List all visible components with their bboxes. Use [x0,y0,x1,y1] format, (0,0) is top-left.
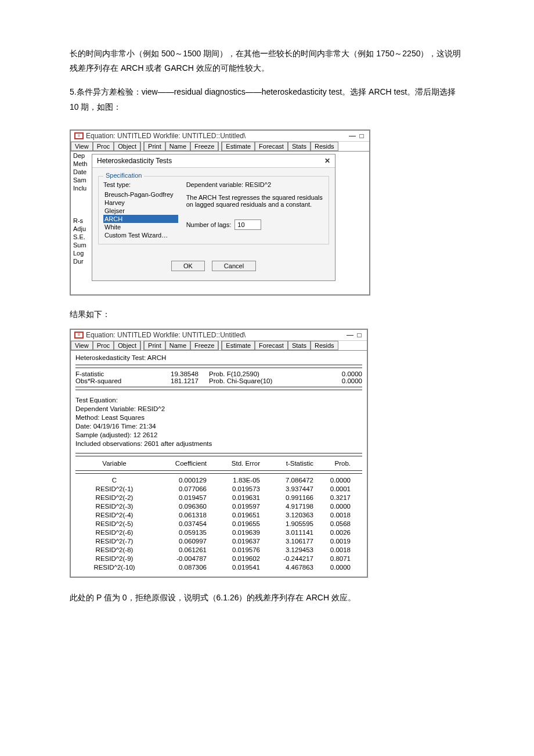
test-arch[interactable]: ARCH [103,215,178,223]
proc-button[interactable]: Proc [93,341,114,350]
stats-block: F-statistic19.38548Prob. F(10,2590)0.000… [75,370,362,384]
test-type-list[interactable]: Test type: Breusch-Pagan-Godfrey Harvey … [103,181,178,239]
equation-icon: ≡ [74,132,84,139]
meta-line: Test Equation: [75,396,362,405]
stats-button[interactable]: Stats [288,341,311,350]
view-button[interactable]: View [71,142,93,151]
print-button[interactable]: Print [144,341,165,350]
test-name-heading: Heteroskedasticity Test: ARCH [75,354,362,361]
proc-button[interactable]: Proc [93,142,114,151]
minimize-icon[interactable]: — [346,332,354,339]
object-button[interactable]: Object [114,142,140,151]
toolbar-2: View Proc Object Print Name Freeze Estim… [71,341,367,351]
freeze-button[interactable]: Freeze [190,341,218,350]
stat-line: F-statistic19.38548Prob. F(10,2590)0.000… [75,370,362,377]
meta-line: Included observations: 2601 after adjust… [75,440,362,448]
stats-button[interactable]: Stats [288,142,311,151]
lags-label: Number of lags: [186,221,232,228]
name-button[interactable]: Name [165,341,190,350]
meta-line: Method: Least Squares [75,413,362,422]
meta-line: Dependent Variable: RESID^2 [75,405,362,413]
dependent-variable-line: Dependent variable: RESID^2 [186,181,324,188]
close-icon[interactable]: ✕ [324,157,330,165]
equation-window-2: ≡ Equation: UNTITLED Workfile: UNTITLED:… [70,329,368,578]
equation-icon: ≡ [74,332,84,339]
window-title-2: Equation: UNTITLED Workfile: UNTITLED::U… [86,331,246,339]
cancel-button[interactable]: Cancel [212,261,256,271]
print-button[interactable]: Print [144,142,165,151]
truncated-labels: Dep Meth Date Sam Inclu R-s Adju S.E. Su… [73,152,87,265]
equation-window-1: ≡ Equation: UNTITLED Workfile: UNTITLED:… [70,129,370,296]
test-glejser[interactable]: Glejser [103,207,178,215]
table-row: RESID^2(-7)0.0609970.0196373.1061770.001… [75,537,362,546]
test-type-label: Test type: [103,181,178,188]
arch-description: The ARCH Test regresses the squared resi… [186,194,324,208]
meta-block: Test Equation:Dependent Variable: RESID^… [75,396,362,448]
stat-line: Obs*R-squared181.1217Prob. Chi-Square(10… [75,377,362,384]
table-row: RESID^2(-8)0.0612610.0195763.1294530.001… [75,546,362,555]
view-button[interactable]: View [71,341,93,350]
table-row: RESID^2(-6)0.0591350.0196393.0111410.002… [75,528,362,537]
final-paragraph: 此处的 P 值为 0，拒绝原假设，说明式（6.1.26）的残差序列存在 ARCH… [70,591,464,605]
table-header: Variable Coefficient Std. Error t-Statis… [75,459,362,468]
table-row: RESID^2(-5)0.0374540.0196551.9055950.056… [75,520,362,528]
freeze-button[interactable]: Freeze [190,142,218,151]
table-row: RESID^2(-9)-0.0047870.019602-0.2442170.8… [75,555,362,563]
specification-legend: Specification [103,172,144,179]
minimize-icon[interactable]: — [348,132,356,139]
table-row: RESID^2(-1)0.0770660.0195733.9374470.000… [75,485,362,494]
forecast-button[interactable]: Forecast [255,341,288,350]
dialog-title-text: Heteroskedasticity Tests [97,157,172,165]
toolbar-1: View Proc Object Print Name Freeze Estim… [71,142,369,152]
test-custom[interactable]: Custom Test Wizard… [103,231,178,239]
table-row: RESID^2(-4)0.0613180.0196513.1203630.001… [75,511,362,520]
table-body: C0.0001291.83E-057.0864720.0000RESID^2(-… [75,476,362,572]
resids-button[interactable]: Resids [311,341,338,350]
window-title-1: Equation: UNTITLED Workfile: UNTITLED::U… [86,132,246,140]
intro-paragraph-2: 5.条件异方差检验：view——residual diagnostics——he… [70,85,464,114]
test-description: Dependent variable: RESID^2 The ARCH Tes… [186,181,324,239]
test-white[interactable]: White [103,223,178,231]
estimate-button[interactable]: Estimate [222,341,255,350]
table-row: RESID^2(-10)0.0873060.0195414.4678630.00… [75,563,362,572]
object-button[interactable]: Object [114,341,140,350]
heteroskedasticity-dialog: Heteroskedasticity Tests ✕ Specification… [92,154,335,281]
results-content: Heteroskedasticity Test: ARCH F-statisti… [71,351,367,577]
table-row: C0.0001291.83E-057.0864720.0000 [75,476,362,485]
lags-input[interactable] [234,219,261,230]
mid-text: 结果如下： [70,307,464,322]
name-button[interactable]: Name [165,142,190,151]
intro-paragraph-1: 长的时间内非常小（例如 500～1500 期间），在其他一些较长的时间内非常大（… [70,46,464,75]
maximize-icon[interactable]: □ [358,132,366,139]
ok-button[interactable]: OK [171,261,205,271]
test-harvey[interactable]: Harvey [103,199,178,207]
estimate-button[interactable]: Estimate [222,142,255,151]
test-bpg[interactable]: Breusch-Pagan-Godfrey [103,190,178,199]
meta-line: Sample (adjusted): 12 2612 [75,431,362,440]
table-row: RESID^2(-3)0.0963600.0195974.9171980.000… [75,502,362,511]
meta-line: Date: 04/19/16 Time: 21:34 [75,422,362,431]
titlebar-2: ≡ Equation: UNTITLED Workfile: UNTITLED:… [71,330,367,341]
maximize-icon[interactable]: □ [355,332,363,339]
table-row: RESID^2(-2)0.0194570.0196310.9911660.321… [75,494,362,502]
titlebar-1: ≡ Equation: UNTITLED Workfile: UNTITLED:… [71,131,369,142]
forecast-button[interactable]: Forecast [255,142,288,151]
resids-button[interactable]: Resids [311,142,338,151]
